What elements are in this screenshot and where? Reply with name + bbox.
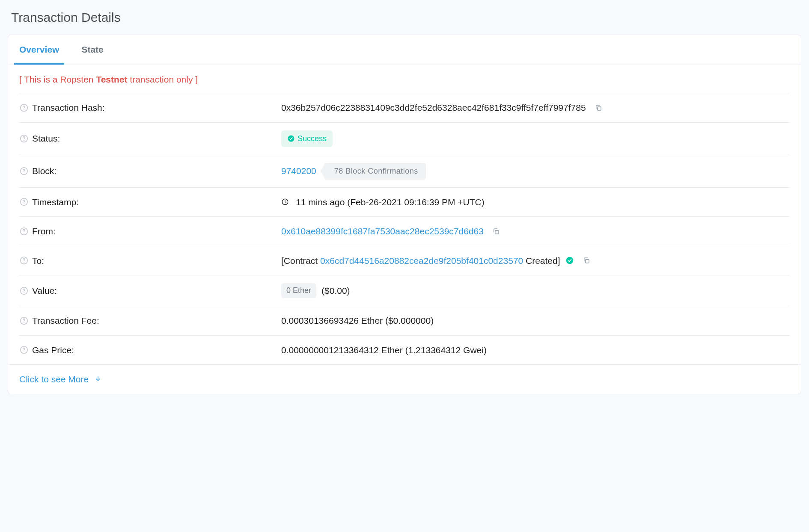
row-hash: Transaction Hash: 0x36b257d06c2238831409… [19, 93, 790, 122]
help-icon[interactable] [19, 316, 29, 325]
label-fee: Transaction Fee: [32, 314, 99, 328]
svg-rect-2 [597, 107, 601, 110]
svg-point-7 [24, 172, 24, 173]
see-more-button[interactable]: Click to see More [8, 364, 801, 394]
status-text: Success [297, 133, 327, 145]
details-card: Overview State [ This is a Ropsten Testn… [8, 35, 801, 394]
banner-bold: Testnet [96, 74, 127, 84]
row-fee: Transaction Fee: 0.00030136693426 Ether … [19, 306, 790, 335]
svg-point-23 [24, 352, 24, 352]
clock-icon [281, 198, 289, 206]
help-icon[interactable] [19, 134, 29, 143]
row-timestamp: Timestamp: 11 mins ago (Feb-26-2021 09:1… [19, 187, 790, 217]
svg-point-9 [24, 204, 24, 204]
page-title: Transaction Details [8, 8, 801, 27]
from-address-link[interactable]: 0x610ae88399fc1687fa7530aac28ec2539c7d6d… [281, 225, 484, 238]
help-icon[interactable] [19, 256, 29, 265]
confirmations-badge: 78 Block Confirmations [324, 163, 426, 180]
row-status: Status: Success [19, 122, 790, 155]
tab-state[interactable]: State [76, 35, 108, 65]
svg-rect-13 [495, 231, 499, 234]
value-timestamp: 11 mins ago (Feb-26-2021 09:16:39 PM +UT… [296, 195, 485, 209]
check-circle-icon [287, 135, 295, 142]
to-address-link[interactable]: 0x6cd7d44516a20882cea2de9f205bf401c0d235… [320, 256, 523, 266]
help-icon[interactable] [19, 227, 29, 236]
copy-icon[interactable] [491, 227, 501, 236]
help-icon[interactable] [19, 286, 29, 296]
help-icon[interactable] [19, 103, 29, 112]
check-circle-icon [565, 256, 574, 265]
banner-prefix: [ This is a Ropsten [19, 74, 96, 84]
block-link[interactable]: 9740200 [281, 164, 316, 178]
label-gas-price: Gas Price: [32, 343, 74, 357]
row-to: To: [Contract 0x6cd7d44516a20882cea2de9f… [19, 246, 790, 275]
label-block: Block: [32, 164, 57, 178]
arrow-down-icon [95, 372, 101, 386]
svg-point-19 [24, 292, 24, 293]
value-gas-price: 0.000000001213364312 Ether (1.213364312 … [281, 343, 487, 357]
label-value: Value: [32, 284, 57, 298]
status-badge: Success [281, 130, 333, 147]
row-value: Value: 0 Ether ($0.00) [19, 275, 790, 306]
label-to: To: [32, 254, 44, 268]
label-hash: Transaction Hash: [32, 101, 105, 115]
tab-overview[interactable]: Overview [14, 35, 64, 65]
testnet-banner: [ This is a Ropsten Testnet transaction … [8, 65, 801, 93]
value-usd: ($0.00) [321, 284, 350, 298]
to-suffix: Created] [523, 256, 560, 266]
tabs: Overview State [8, 35, 801, 65]
label-status: Status: [32, 132, 60, 145]
svg-point-15 [24, 262, 24, 263]
banner-suffix: transaction only ] [128, 74, 198, 84]
svg-point-1 [24, 109, 24, 109]
row-gas-price: Gas Price: 0.000000001213364312 Ether (1… [19, 335, 790, 365]
help-icon[interactable] [19, 345, 29, 355]
svg-point-4 [24, 140, 24, 141]
svg-point-21 [24, 322, 24, 323]
label-from: From: [32, 225, 56, 238]
row-from: From: 0x610ae88399fc1687fa7530aac28ec253… [19, 216, 790, 246]
value-fee: 0.00030136693426 Ether ($0.000000) [281, 314, 434, 328]
help-icon[interactable] [19, 166, 29, 176]
value-badge: 0 Ether [281, 283, 316, 298]
copy-icon[interactable] [594, 103, 603, 112]
label-timestamp: Timestamp: [32, 195, 79, 209]
copy-icon[interactable] [582, 256, 591, 265]
help-icon[interactable] [19, 197, 29, 207]
svg-rect-17 [585, 260, 589, 263]
to-value-wrap: [Contract 0x6cd7d44516a20882cea2de9f205b… [281, 254, 560, 268]
see-more-label: Click to see More [19, 372, 89, 386]
svg-point-12 [24, 233, 24, 233]
row-block: Block: 9740200 78 Block Confirmations [19, 155, 790, 187]
to-prefix: [Contract [281, 256, 320, 266]
value-hash: 0x36b257d06c2238831409c3dd2fe52d6328aec4… [281, 101, 586, 115]
